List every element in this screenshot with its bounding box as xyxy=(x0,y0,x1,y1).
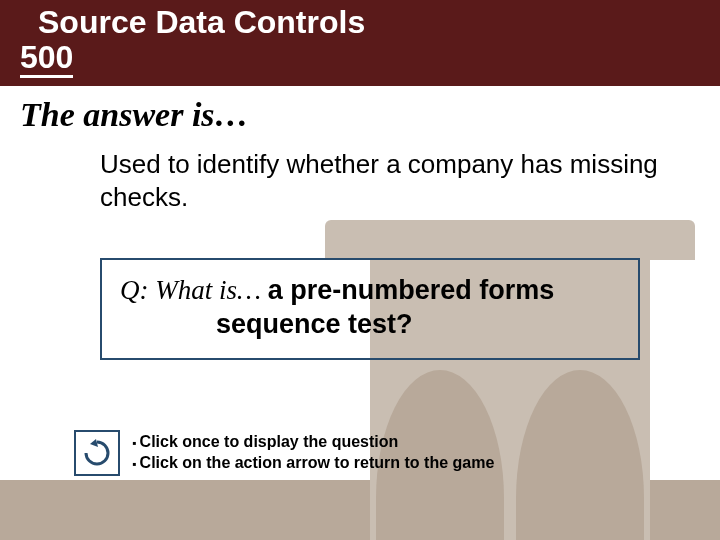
point-value: 500 xyxy=(20,41,73,78)
title-bar: Source Data Controls 500 xyxy=(0,0,720,86)
question-answer-line2: sequence test? xyxy=(120,308,620,342)
instructions: Click once to display the question Click… xyxy=(132,432,494,474)
clue-text: Used to identify whether a company has m… xyxy=(100,148,660,213)
question-answer-line1: a pre-numbered forms xyxy=(268,275,555,305)
category-title: Source Data Controls xyxy=(20,4,700,41)
return-button[interactable] xyxy=(74,430,120,476)
answer-lead: The answer is… xyxy=(20,96,249,134)
instruction-line-2: Click on the action arrow to return to t… xyxy=(132,453,494,474)
question-box[interactable]: Q: What is… a pre-numbered forms sequenc… xyxy=(100,258,640,360)
return-arrow-icon xyxy=(82,438,112,468)
footer: Click once to display the question Click… xyxy=(74,430,494,476)
question-prefix: Q: What is… xyxy=(120,275,268,305)
instruction-line-1: Click once to display the question xyxy=(132,432,494,453)
jeopardy-slide: Source Data Controls 500 The answer is… … xyxy=(0,0,720,540)
